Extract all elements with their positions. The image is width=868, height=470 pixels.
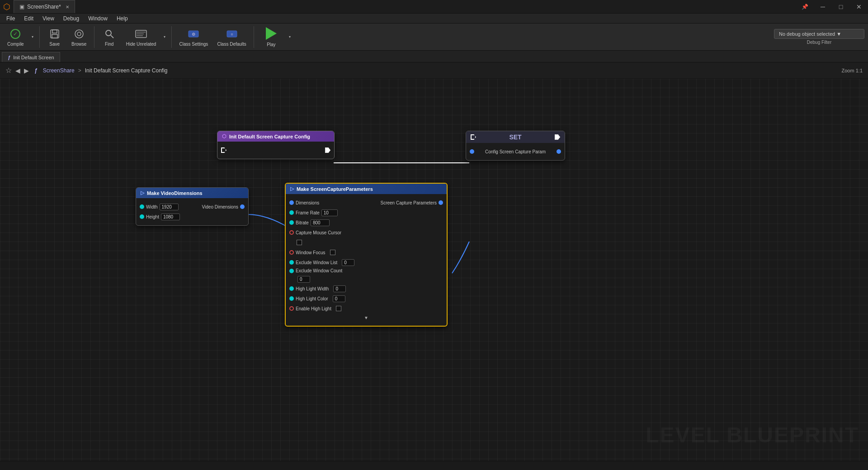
forward-button[interactable]: ▶ bbox=[24, 67, 29, 74]
maximize-button[interactable]: □ bbox=[832, 0, 850, 14]
breadcrumb-root[interactable]: ScreenShare bbox=[43, 67, 75, 74]
play-icon bbox=[266, 27, 277, 40]
node-screen-cap-highlight-width-row: High Light Width bbox=[286, 284, 447, 294]
node-video-dim-output-pin[interactable] bbox=[240, 204, 245, 209]
play-button[interactable]: Play bbox=[258, 25, 285, 49]
node-screen-cap-expand-arrow[interactable]: ▼ bbox=[286, 313, 447, 322]
node-screen-cap-exclude-count-pin[interactable] bbox=[289, 269, 294, 273]
tab-close-icon[interactable]: ✕ bbox=[66, 5, 69, 9]
node-video-dim-height-row: Height bbox=[136, 212, 248, 222]
find-button[interactable]: Find bbox=[98, 25, 121, 49]
node-make-screen-capture-parameters[interactable]: ▷ Make ScreenCaptureParameters Dimension… bbox=[285, 183, 448, 327]
node-screen-cap-dimensions-row: Dimensions Screen Capture Parameters bbox=[286, 198, 447, 208]
node-screen-cap-window-focus-pin[interactable] bbox=[289, 250, 294, 255]
play-dropdown[interactable]: ▾ bbox=[287, 25, 293, 49]
hide-unrelated-label: Hide Unrelated bbox=[126, 42, 156, 47]
menu-help[interactable]: Help bbox=[112, 14, 132, 23]
compile-button[interactable]: ✓ Compile bbox=[4, 25, 28, 49]
menu-window[interactable]: Window bbox=[84, 14, 112, 23]
browse-button[interactable]: Browse bbox=[68, 25, 90, 49]
menu-debug[interactable]: Debug bbox=[59, 14, 84, 23]
svg-point-7 bbox=[106, 30, 111, 36]
node-video-dim-title: Make VideoDimensions bbox=[147, 190, 203, 196]
debug-filter-label: Debug Filter bbox=[807, 40, 831, 45]
node-make-video-dimensions[interactable]: ▷ Make VideoDimensions Width Video Dimen… bbox=[136, 187, 249, 226]
node-set-config-in-pin[interactable] bbox=[470, 149, 474, 154]
play-label: Play bbox=[267, 42, 275, 47]
node-video-dim-width-label: Width bbox=[146, 204, 158, 209]
node-init-header-icon: ⬡ bbox=[222, 133, 226, 139]
node-screen-cap-exclude-list-label: Exclude Window List bbox=[296, 260, 337, 265]
toolbar: ✓ Compile ▾ Save Browse Find Hide Unrela… bbox=[0, 24, 868, 51]
blueprint-canvas[interactable]: ⬡ Init Default Screen Capture Config SET… bbox=[0, 79, 868, 461]
menu-edit[interactable]: Edit bbox=[19, 14, 38, 23]
func-tab-icon: ƒ bbox=[8, 55, 10, 60]
class-settings-button[interactable]: ⚙ Class Settings bbox=[175, 25, 212, 49]
pin-button[interactable]: 📌 bbox=[796, 0, 814, 14]
node-screen-cap-exclude-list-input[interactable] bbox=[342, 259, 354, 266]
node-set-exec-out-pin[interactable] bbox=[555, 134, 560, 140]
debug-filter-button[interactable]: No debug object selected ▼ bbox=[774, 29, 864, 39]
favorite-icon[interactable]: ☆ bbox=[5, 66, 12, 75]
node-screen-cap-mouse-cursor-checkbox[interactable] bbox=[297, 240, 302, 245]
node-video-dim-height-pin[interactable] bbox=[140, 214, 144, 219]
node-screen-cap-enable-highlight-checkbox[interactable] bbox=[336, 306, 341, 311]
menu-view[interactable]: View bbox=[38, 14, 59, 23]
hide-unrelated-button[interactable]: Hide Unrelated bbox=[123, 25, 160, 49]
node-set-config-row: Config Screen Capture Param bbox=[466, 147, 565, 157]
save-button[interactable]: Save bbox=[43, 25, 66, 49]
node-screen-cap-bitrate-row: Bitrate bbox=[286, 218, 447, 228]
class-defaults-button[interactable]: ≡ Class Defaults bbox=[213, 25, 250, 49]
tab-label: ScreenShare* bbox=[27, 4, 61, 10]
node-screen-cap-mouse-cursor-pin[interactable] bbox=[289, 230, 294, 235]
back-button[interactable]: ◀ bbox=[15, 67, 20, 74]
tab-screenshare[interactable]: ▣ ScreenShare* ✕ bbox=[14, 0, 75, 13]
minimize-button[interactable]: ─ bbox=[814, 0, 832, 14]
compile-dropdown[interactable]: ▾ bbox=[29, 25, 36, 49]
node-init-exec-row bbox=[217, 145, 334, 155]
node-init-exec-out-pin[interactable] bbox=[325, 147, 330, 153]
svg-point-5 bbox=[75, 30, 83, 38]
node-init-exec-in-pin[interactable] bbox=[221, 147, 226, 153]
node-set-config-out-pin[interactable] bbox=[557, 149, 561, 154]
node-video-dim-height-input[interactable] bbox=[161, 214, 180, 220]
node-set[interactable]: SET Config Screen Capture Param bbox=[466, 131, 565, 161]
node-screen-cap-highlight-width-pin[interactable] bbox=[289, 286, 294, 291]
node-screen-cap-highlight-color-input[interactable] bbox=[333, 295, 345, 302]
class-defaults-icon: ≡ bbox=[226, 28, 238, 40]
node-screen-cap-title: Make ScreenCaptureParameters bbox=[297, 186, 373, 192]
node-screen-cap-enable-highlight-pin[interactable] bbox=[289, 306, 294, 311]
node-screen-cap-window-focus-checkbox[interactable] bbox=[330, 250, 335, 255]
node-video-dim-width-pin[interactable] bbox=[140, 204, 144, 209]
node-init-default-config[interactable]: ⬡ Init Default Screen Capture Config bbox=[217, 131, 335, 159]
node-set-exec-in-pin[interactable] bbox=[471, 134, 476, 140]
node-set-body: Config Screen Capture Param bbox=[466, 143, 565, 160]
breadcrumb-current: Init Default Screen Capture Config bbox=[85, 67, 168, 74]
node-screen-cap-header: ▷ Make ScreenCaptureParameters bbox=[286, 184, 447, 194]
node-screen-cap-bitrate-pin[interactable] bbox=[289, 220, 294, 225]
menu-file[interactable]: File bbox=[2, 14, 19, 23]
node-screen-cap-framerate-input[interactable] bbox=[321, 209, 338, 216]
hide-unrelated-dropdown[interactable]: ▾ bbox=[161, 25, 168, 49]
func-tab-init[interactable]: ƒ Init Default Screen bbox=[2, 52, 60, 62]
node-screen-cap-highlight-width-input[interactable] bbox=[333, 285, 346, 292]
node-screen-cap-output-pin[interactable] bbox=[439, 200, 443, 205]
svg-rect-3 bbox=[52, 30, 57, 33]
node-screen-cap-mouse-cursor-row: Capture Mouse Cursor bbox=[286, 228, 447, 237]
svg-rect-4 bbox=[52, 34, 57, 38]
browse-icon bbox=[73, 28, 85, 40]
node-screen-cap-bitrate-input[interactable] bbox=[311, 219, 330, 226]
node-screen-cap-dimensions-in-pin[interactable] bbox=[289, 200, 294, 205]
node-video-dim-width-input[interactable] bbox=[160, 204, 179, 210]
class-settings-icon: ⚙ bbox=[187, 28, 200, 40]
node-screen-cap-highlight-color-pin[interactable] bbox=[289, 296, 294, 301]
class-defaults-label: Class Defaults bbox=[217, 42, 246, 47]
close-button[interactable]: ✕ bbox=[850, 0, 868, 14]
node-screen-cap-exclude-count-input[interactable] bbox=[297, 276, 310, 283]
node-screen-cap-window-focus-row: Window Focus bbox=[286, 247, 447, 257]
node-screen-cap-mouse-cursor-checkbox-row bbox=[286, 237, 447, 247]
node-screen-cap-exclude-list-pin[interactable] bbox=[289, 260, 294, 265]
node-screen-cap-framerate-pin[interactable] bbox=[289, 210, 294, 215]
node-set-header: SET bbox=[466, 131, 565, 143]
svg-text:✓: ✓ bbox=[13, 31, 18, 37]
